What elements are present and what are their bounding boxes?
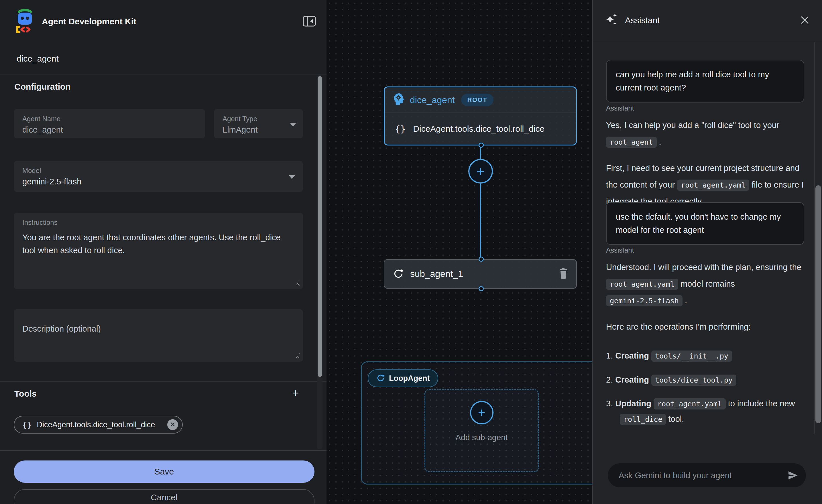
operation-number: 3. — [606, 399, 615, 408]
model-value: gemini-2.5-flash — [22, 177, 81, 186]
edge-plus-to-sub — [480, 183, 481, 259]
text-segment: to include the new — [726, 399, 795, 408]
tool-chip[interactable]: {} DiceAgent.tools.dice_tool.roll_dice — [14, 416, 183, 434]
operation-number: 2. — [606, 375, 615, 384]
collapse-panel-button[interactable] — [303, 15, 316, 28]
assistant-label: Assistant — [606, 246, 808, 254]
add-sub-agent-label: Add sub-agent — [455, 433, 507, 442]
tools-heading: Tools — [14, 389, 37, 399]
send-button[interactable] — [788, 470, 799, 481]
user-message-text: use the default. you don't have to chang… — [616, 212, 781, 234]
operation-item: 3. Updating root_agent.yaml to include t… — [606, 396, 808, 427]
panel-collapse-icon — [303, 15, 316, 28]
chevron-down-icon — [290, 123, 296, 126]
chat-scrollbar-thumb[interactable] — [815, 185, 821, 423]
instructions-value: You are the root agent that coordinates … — [22, 231, 292, 257]
agent-name-label: Agent Name — [22, 115, 60, 123]
root-node-tool-row: {} DiceAgent.tools.dice_tool.roll_dice — [385, 113, 576, 144]
assistant-paragraph: Understood. I will proceed with the plan… — [606, 259, 808, 309]
psychology-head-icon — [393, 93, 405, 107]
text-segment: . — [657, 137, 661, 146]
loop-icon — [376, 374, 385, 383]
add-node-on-edge-button[interactable]: + — [468, 159, 493, 183]
model-label: Model — [22, 167, 41, 175]
braces-icon: {} — [395, 124, 406, 134]
chat-scrollbar-track[interactable] — [814, 42, 815, 434]
sub-agent-node[interactable]: sub_agent_1 — [384, 259, 577, 289]
sparkle-icon — [605, 13, 619, 28]
text-segment: Understood. I will proceed with the plan… — [606, 263, 801, 272]
inline-code: tools/__init__.py — [651, 351, 732, 362]
assistant-header: Assistant — [593, 0, 822, 41]
agent-name-value: dice_agent — [22, 125, 63, 135]
close-icon — [799, 14, 811, 27]
agent-type-select[interactable]: Agent Type LlmAgent — [214, 109, 303, 138]
text-segment: Creating — [615, 351, 651, 360]
close-assistant-button[interactable] — [799, 14, 811, 27]
text-segment: Yes, I can help you add a "roll dice" to… — [606, 120, 779, 130]
inline-code: root_agent.yaml — [654, 398, 726, 410]
instructions-textarea[interactable]: Instructions You are the root agent that… — [14, 213, 303, 289]
assistant-paragraph: Yes, I can help you add a "roll dice" to… — [606, 117, 808, 150]
app-header: Agent Development Kit — [0, 0, 327, 43]
save-button[interactable]: Save — [14, 461, 315, 483]
assistant-title: Assistant — [625, 15, 799, 25]
connection-port[interactable] — [479, 257, 484, 262]
root-node-tool-label: DiceAgent.tools.dice_tool.roll_dice — [413, 124, 544, 134]
operations-list: 1. Creating tools/__init__.py2. Creating… — [606, 348, 808, 427]
inline-code: gemini-2.5-flash — [606, 295, 683, 307]
chat-input-container — [608, 463, 806, 487]
connection-port[interactable] — [479, 143, 484, 148]
agent-development-kit-app: Agent Development Kit dice_agent Configu… — [0, 0, 822, 504]
user-message-text: can you help me add a roll dice tool to … — [616, 70, 769, 92]
assistant-message: Assistant Yes, I can help you add a "rol… — [606, 104, 808, 209]
adk-logo-icon — [14, 9, 35, 34]
instructions-label: Instructions — [22, 218, 58, 226]
add-sub-agent-dropzone[interactable]: + Add sub-agent — [424, 389, 539, 472]
assistant-paragraph: Here are the operations I'm performing: — [606, 319, 808, 335]
divider — [0, 74, 327, 74]
trash-icon — [558, 276, 568, 280]
inline-code: tools/dice_tool.py — [651, 375, 736, 386]
selected-agent-title: dice_agent — [17, 54, 59, 64]
agent-name-field[interactable]: Agent Name dice_agent — [14, 109, 205, 138]
inline-code: root_agent.yaml — [606, 279, 678, 290]
agent-graph-canvas[interactable]: dice_agent ROOT {} DiceAgent.tools.dice_… — [327, 0, 592, 504]
operation-item: 1. Creating tools/__init__.py — [606, 348, 808, 364]
model-select[interactable]: Model gemini-2.5-flash — [14, 161, 303, 192]
user-message: use the default. you don't have to chang… — [606, 202, 804, 245]
loop-agent-group[interactable]: LoopAgent + Add sub-agent — [361, 361, 592, 485]
user-message: can you help me add a roll dice tool to … — [606, 60, 804, 102]
delete-sub-agent-button[interactable] — [558, 268, 568, 280]
plus-icon: + — [470, 401, 493, 424]
tool-chip-label: DiceAgent.tools.dice_tool.roll_dice — [37, 420, 167, 429]
resize-grip-icon[interactable] — [295, 353, 300, 358]
root-node-title: dice_agent — [410, 95, 455, 105]
text-segment: . — [683, 296, 687, 305]
close-icon — [170, 422, 175, 428]
app-title: Agent Development Kit — [42, 17, 303, 26]
root-agent-node[interactable]: dice_agent ROOT {} DiceAgent.tools.dice_… — [384, 86, 577, 145]
send-icon — [788, 477, 799, 481]
config-panel: Agent Development Kit dice_agent Configu… — [0, 0, 327, 504]
text-segment: Here are the operations I'm performing: — [606, 322, 751, 331]
text-segment: model remains — [678, 279, 735, 289]
resize-grip-icon[interactable] — [295, 281, 300, 286]
cancel-button[interactable]: Cancel — [14, 489, 315, 504]
chat-input[interactable] — [608, 463, 806, 487]
assistant-message: Assistant Understood. I will proceed wit… — [606, 246, 808, 436]
add-tool-button[interactable]: + — [288, 385, 304, 401]
remove-tool-button[interactable] — [167, 419, 178, 430]
configuration-heading: Configuration — [14, 82, 71, 92]
divider — [0, 382, 327, 382]
inline-code: root_agent — [606, 137, 657, 148]
braces-icon: {} — [22, 420, 32, 429]
assistant-label: Assistant — [606, 104, 808, 112]
text-segment: Updating — [615, 399, 654, 408]
description-textarea[interactable]: Description (optional) — [14, 309, 303, 362]
config-scrollbar-thumb[interactable] — [318, 76, 322, 377]
inline-code: roll_dice — [620, 414, 666, 425]
inline-code: root_agent.yaml — [677, 179, 749, 191]
text-segment: Creating — [615, 375, 651, 384]
connection-port[interactable] — [479, 286, 484, 291]
